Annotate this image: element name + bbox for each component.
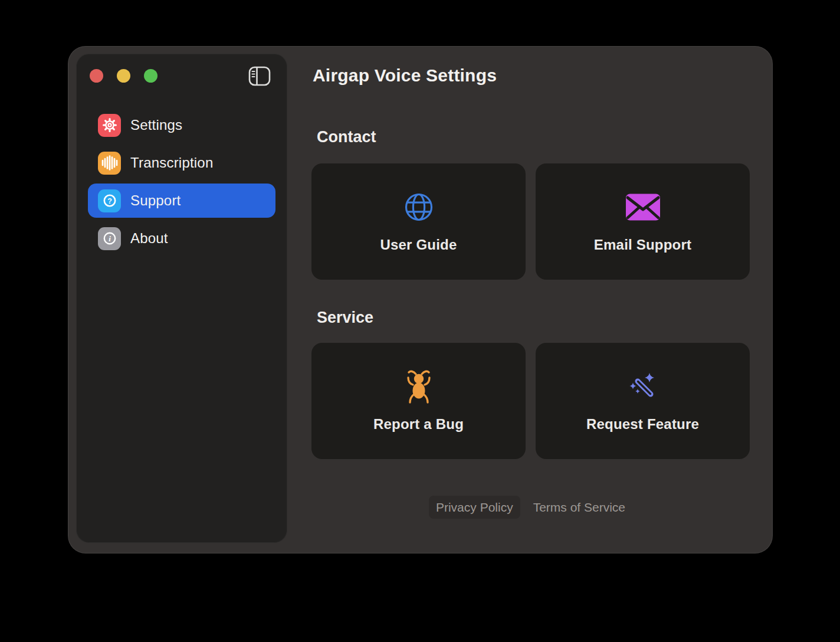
settings-window: Settings <box>68 46 773 553</box>
service-cards: Report a Bug Request Feature <box>311 343 750 459</box>
gear-icon <box>98 114 121 137</box>
toggle-sidebar-button[interactable] <box>248 66 271 86</box>
card-label: Request Feature <box>586 416 699 433</box>
sidebar-item-label: Settings <box>130 117 182 133</box>
main-content: Airgap Voice Settings Contact User Guide <box>311 46 750 553</box>
sidebar-item-settings[interactable]: Settings <box>88 108 275 142</box>
zoom-button[interactable] <box>144 69 158 83</box>
window-controls <box>90 69 158 83</box>
privacy-policy-link[interactable]: Privacy Policy <box>429 496 520 519</box>
sidebar-item-about[interactable]: i About <box>88 221 275 256</box>
contact-cards: User Guide Email Support <box>311 163 750 280</box>
request-feature-card[interactable]: Request Feature <box>536 343 750 459</box>
sidebar-item-support[interactable]: ? Support <box>88 184 275 218</box>
page-title: Airgap Voice Settings <box>313 67 497 84</box>
section-heading-service: Service <box>317 310 373 326</box>
close-button[interactable] <box>90 69 103 83</box>
card-label: User Guide <box>380 237 457 253</box>
minimize-button[interactable] <box>117 69 130 83</box>
email-support-card[interactable]: Email Support <box>536 163 750 280</box>
magic-wand-icon <box>628 370 658 403</box>
svg-text:i: i <box>109 234 111 243</box>
envelope-icon <box>625 191 661 224</box>
svg-text:?: ? <box>107 197 112 205</box>
footer-links: Privacy Policy Terms of Service <box>311 496 750 519</box>
sidebar-toggle-icon <box>248 66 271 86</box>
sidebar-item-label: Transcription <box>130 155 213 171</box>
question-circle-icon: ? <box>98 189 121 212</box>
info-circle-icon: i <box>98 227 121 250</box>
sidebar: Settings <box>76 54 287 543</box>
user-guide-card[interactable]: User Guide <box>311 163 526 280</box>
sidebar-item-transcription[interactable]: Transcription <box>88 146 275 180</box>
terms-of-service-link[interactable]: Terms of Service <box>526 496 632 519</box>
section-heading-contact: Contact <box>317 129 376 145</box>
bug-icon <box>404 370 434 403</box>
card-label: Email Support <box>594 237 691 253</box>
report-bug-card[interactable]: Report a Bug <box>311 343 526 459</box>
sidebar-nav: Settings <box>88 108 275 256</box>
sidebar-item-label: About <box>130 230 168 247</box>
sidebar-item-label: Support <box>130 192 181 209</box>
globe-icon <box>403 191 434 224</box>
waveform-icon <box>98 152 121 175</box>
card-label: Report a Bug <box>373 416 464 433</box>
